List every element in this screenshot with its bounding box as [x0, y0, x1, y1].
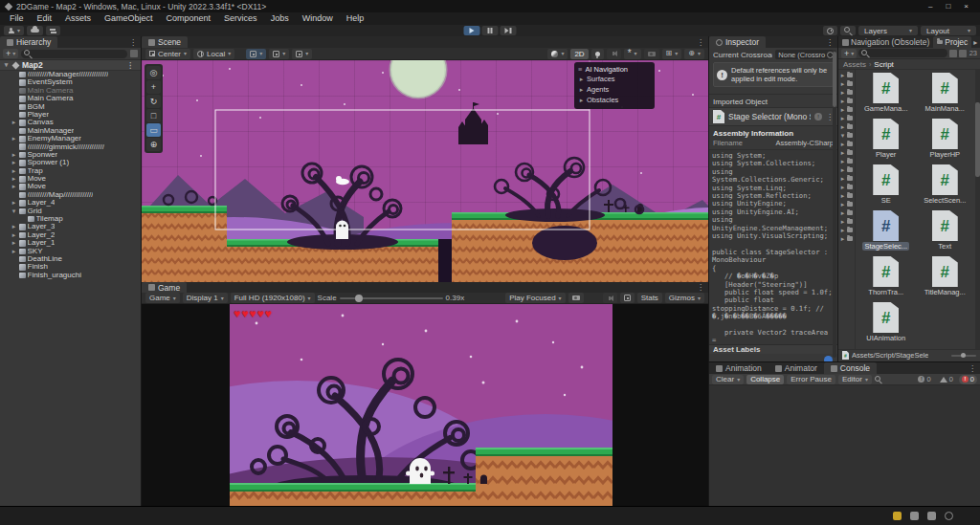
menu-assets[interactable]: Assets	[58, 12, 98, 25]
stats-toggle[interactable]: Stats	[637, 293, 662, 303]
transform-tool[interactable]: ⊕	[146, 138, 161, 151]
project-tree-item[interactable]: ▸	[838, 157, 855, 165]
script-header[interactable]: # Stage Selector (Mono Scr ! ⋮	[709, 107, 837, 126]
orientation-dropdown[interactable]: Local ▾	[193, 49, 234, 59]
expand-arrow-icon[interactable]: ▸	[11, 231, 17, 239]
project-tree-item[interactable]: ▾	[838, 131, 855, 140]
tools-icon[interactable]	[927, 512, 936, 520]
tab-hierarchy[interactable]: Hierarchy	[0, 36, 57, 48]
hierarchy-item[interactable]: ▸EnemyManager	[0, 135, 141, 142]
gizmos-dropdown-game[interactable]: Gizmos ▾	[665, 293, 704, 303]
menu-window[interactable]: Window	[296, 12, 340, 25]
scale-tool[interactable]: □	[146, 109, 161, 122]
expand-arrow-icon[interactable]: ▸	[839, 80, 846, 88]
expand-arrow-icon[interactable]: ▸	[839, 209, 846, 217]
panel-menu-icon[interactable]: ⋮	[965, 362, 980, 374]
panel-menu-icon[interactable]: ⋮	[693, 36, 708, 48]
expand-arrow-icon[interactable]: ▸	[839, 158, 846, 165]
pause-button[interactable]	[482, 26, 499, 35]
breadcrumb-assets[interactable]: Assets	[843, 60, 866, 69]
hidden-count[interactable]: 23	[969, 49, 977, 57]
rotate-tool[interactable]: ↻	[146, 95, 161, 108]
project-asset[interactable]: #SE	[858, 164, 915, 210]
game-view-dropdown[interactable]: Game ▾	[145, 293, 180, 303]
expand-arrow-icon[interactable]: ▸	[839, 227, 846, 234]
expand-arrow-icon[interactable]: ▸	[11, 223, 17, 230]
close-button[interactable]: ×	[964, 2, 969, 11]
scale-slider[interactable]	[340, 297, 443, 299]
inspector-scrollbar[interactable]	[833, 50, 836, 358]
slider-thumb[interactable]	[355, 295, 363, 302]
hierarchy-item[interactable]: ▸SKY	[0, 248, 141, 255]
console-log-area[interactable]	[709, 385, 980, 506]
layers-dropdown[interactable]: Layers ▾	[858, 26, 918, 35]
grid-snap-dropdown[interactable]: ▾	[246, 49, 266, 59]
hierarchy-item[interactable]: ▸Canvas	[0, 119, 141, 126]
expand-arrow-icon[interactable]: ▸	[578, 76, 585, 83]
expand-arrow-icon[interactable]: ▸	[578, 86, 585, 94]
console-activity-icon[interactable]	[910, 512, 919, 520]
filter-icon[interactable]	[130, 50, 138, 57]
hierarchy-item[interactable]: ▸Layer_3	[0, 223, 141, 230]
expand-arrow-icon[interactable]: ▸	[839, 115, 846, 122]
hierarchy-item[interactable]: ▸Trap	[0, 167, 141, 175]
gizmos-dropdown[interactable]: ⊕ ▾	[684, 49, 704, 59]
nav-overlay-item[interactable]: ▸Obstacles	[578, 95, 651, 105]
hierarchy-item[interactable]: Player	[0, 111, 141, 119]
hierarchy-item[interactable]: ▸Sponwer	[0, 151, 141, 159]
project-asset[interactable]: #UIAnimation	[858, 302, 915, 348]
play-button[interactable]	[464, 26, 480, 35]
expand-arrow-icon[interactable]: ▾	[3, 61, 10, 69]
expand-arrow-icon[interactable]: ▸	[839, 175, 846, 183]
project-tree-item[interactable]: ▸	[838, 71, 855, 79]
expand-arrow-icon[interactable]: ▸	[11, 239, 17, 247]
hierarchy-item[interactable]: ▸Move	[0, 183, 141, 190]
project-tree-item[interactable]: ▸	[838, 122, 855, 131]
hierarchy-item[interactable]: ▾Grid	[0, 208, 141, 215]
expand-arrow-icon[interactable]: ▸	[578, 97, 585, 104]
project-tree-item[interactable]: ▸	[838, 88, 855, 97]
project-tree-item[interactable]: ▸	[838, 148, 855, 157]
tab-navigation-obsolete[interactable]: Navigation (Obsolete)	[838, 36, 933, 48]
overlay-grip-icon[interactable]: ≡	[578, 65, 582, 74]
warning-count-toggle[interactable]: 0	[937, 375, 956, 384]
panel-menu-icon[interactable]: ⋮	[822, 36, 837, 48]
project-tree-item[interactable]: ▸	[838, 217, 855, 226]
project-tree-item[interactable]: ▸	[838, 114, 855, 122]
metrics-button[interactable]	[620, 293, 635, 303]
project-tree-item[interactable]: ▸	[838, 79, 855, 88]
minimize-button[interactable]: –	[928, 2, 932, 11]
project-asset[interactable]: #TitleManag...	[917, 256, 974, 302]
menu-help[interactable]: Help	[340, 12, 371, 25]
expand-arrow-icon[interactable]: ▸	[11, 159, 17, 166]
hierarchy-item[interactable]: Main Camera	[0, 87, 141, 95]
rect-tool[interactable]: ▭	[146, 123, 161, 137]
project-tree-item[interactable]: ▸	[838, 97, 855, 105]
progress-icon[interactable]	[945, 512, 953, 520]
hierarchy-item[interactable]: DeathLine	[0, 255, 141, 263]
menu-component[interactable]: Component	[160, 12, 218, 25]
hierarchy-item[interactable]: Main Camera	[0, 95, 141, 102]
account-button[interactable]: ▾	[4, 26, 24, 35]
move-tool[interactable]: +	[146, 80, 161, 94]
thumbnail-size-slider[interactable]	[951, 355, 976, 357]
expand-arrow-icon[interactable]: ▸	[11, 167, 17, 175]
step-button[interactable]	[501, 26, 517, 35]
tab-scene[interactable]: Scene	[142, 36, 188, 48]
expand-arrow-icon[interactable]: ▸	[11, 175, 17, 183]
menu-gameobject[interactable]: GameObject	[98, 12, 160, 25]
breadcrumb-script[interactable]: Script	[874, 60, 893, 69]
expand-arrow-icon[interactable]: ▸	[839, 98, 846, 105]
cloud-button[interactable]	[27, 26, 43, 35]
shading-mode-dropdown[interactable]: ▾	[547, 49, 568, 59]
clear-button[interactable]: Clear ▾	[712, 375, 744, 384]
asset-labels-header[interactable]: Asset Labels	[709, 344, 837, 354]
game-viewport[interactable]: ♥♥♥♥♥	[142, 304, 708, 506]
project-asset[interactable]: #PlayerHP	[917, 119, 974, 164]
project-tree-item[interactable]: ▸	[838, 191, 855, 200]
expand-arrow-icon[interactable]: ▸	[839, 192, 846, 200]
hierarchy-item[interactable]: ▸Layer_4	[0, 199, 141, 207]
info-count-toggle[interactable]: ! 0	[915, 375, 933, 384]
layout-dropdown[interactable]: Layout ▾	[921, 26, 976, 35]
scene-header[interactable]: ▾ Map2 ⋮	[0, 60, 141, 71]
